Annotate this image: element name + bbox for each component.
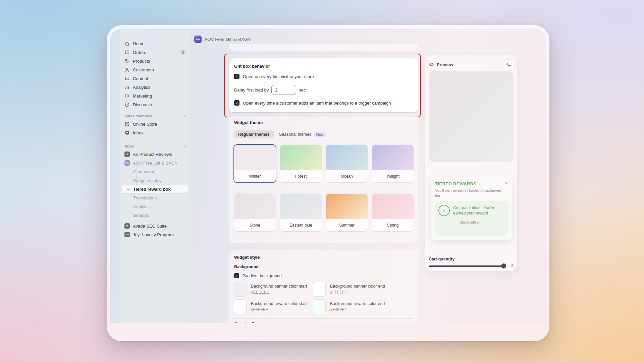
delay-label: Delay first load by	[234, 87, 269, 93]
app-header: AOV AOV Free Gift & BXGY	[194, 36, 251, 43]
trigger-campaign-checkbox[interactable]	[234, 100, 239, 106]
tab-seasonal-themes[interactable]: Seasonal themes New	[279, 132, 326, 137]
widget-theme-card: Widget theme Regular themes Seasonal the…	[229, 117, 418, 243]
desktop-view-button[interactable]	[504, 60, 514, 69]
sidebar-item-online-store[interactable]: Online Store	[120, 120, 190, 128]
sidebar-item-home[interactable]: Home	[120, 39, 190, 48]
reward-earned-box: Congratulations! You've earned your rewa…	[435, 201, 508, 236]
sidebar-item-label: Content	[133, 76, 148, 81]
customers-icon	[124, 67, 130, 72]
cart-quantity-slider[interactable]: 3	[429, 263, 514, 269]
sidebar-item-label: Analytics	[133, 85, 150, 90]
slider-thumb[interactable]	[501, 263, 506, 268]
sidebar-item-joy-loyalty[interactable]: Joy Joy: Loyalty Program	[120, 230, 190, 239]
sidebar-item-app-analytics[interactable]: Analytics	[120, 202, 190, 211]
sidebar-item-aov-free-gift[interactable]: AOV AOV Free Gift & BXGY	[120, 159, 190, 167]
theme-tile-twilight[interactable]: Twilight	[372, 145, 414, 182]
sidebar-section-sales-channels[interactable]: Sales channels	[120, 112, 190, 120]
sidebar-item-label: Translations	[133, 195, 157, 200]
first-visit-row: Open on every first visit to your store	[234, 74, 413, 79]
trigger-campaign-label: Open every time a customer adds an item …	[243, 101, 391, 106]
sidebar-item-avada-seo-suite[interactable]: ➤ Avada SEO Suite	[120, 222, 190, 230]
theme-swatch	[280, 194, 322, 219]
preview-viewport	[429, 71, 514, 162]
theme-tile-stone[interactable]: Stone	[234, 194, 276, 231]
eye-icon	[429, 62, 434, 67]
theme-grid: Winter Forest Ocean Twilight Stone	[234, 145, 413, 231]
chat-bubble-icon	[124, 130, 130, 135]
sidebar-item-content[interactable]: Content	[120, 74, 190, 83]
circular-progress-title: Circular Progress	[234, 321, 413, 323]
theme-swatch	[280, 145, 322, 170]
sidebar-item-orders[interactable]: Orders 3	[120, 48, 190, 57]
app-window: Home Orders 3 Products Customers Content	[107, 25, 549, 341]
sidebar-item-label: Inbox	[133, 130, 144, 135]
previous-card-bottom-edge	[229, 44, 418, 51]
color-swatch[interactable]	[234, 282, 246, 296]
chevron-down-icon	[480, 220, 483, 224]
gradient-background-row: Gradient background	[234, 273, 413, 278]
check-circle-icon	[438, 205, 450, 216]
gradient-background-label: Gradient background	[243, 274, 282, 278]
theme-swatch	[372, 194, 414, 219]
sidebar-item-tiered-reward-box[interactable]: Tiered reward box	[122, 185, 188, 193]
sidebar-item-air-product-reviews[interactable]: ∧ Air Product Reviews	[120, 150, 190, 159]
sidebar-item-label: Analytics	[133, 204, 151, 209]
home-icon	[124, 41, 130, 46]
theme-tile-spring[interactable]: Spring	[372, 194, 414, 231]
sidebar-item-marketing[interactable]: Marketing	[120, 92, 190, 100]
theme-tile-winter[interactable]: Winter	[234, 145, 276, 182]
color-row: Background banner color end #FFFFFF	[313, 282, 413, 296]
sidebar-item-label: Widget display	[133, 178, 162, 183]
sidebar-item-label: Avada SEO Suite	[133, 224, 167, 229]
theme-swatch	[234, 194, 276, 219]
orders-count-badge: 3	[180, 50, 186, 55]
color-swatch[interactable]	[313, 300, 325, 314]
color-row: Background banner color start #EEEEEE	[234, 282, 313, 296]
close-icon[interactable]	[505, 181, 508, 185]
avada-app-icon: ➤	[124, 223, 130, 229]
sidebar-item-label: Joy: Loyalty Program	[133, 232, 174, 237]
color-swatch[interactable]	[313, 282, 325, 296]
theme-tile-forest[interactable]: Forest	[280, 145, 322, 182]
gift-box-behavior-title: Gift box behavior	[234, 64, 413, 69]
color-swatch[interactable]	[234, 300, 246, 314]
sidebar-item-inbox[interactable]: Inbox	[120, 128, 190, 137]
subnav-connector-line	[137, 166, 137, 187]
slider-track[interactable]	[429, 265, 506, 267]
aov-app-logo-icon: AOV	[194, 36, 202, 43]
trigger-campaign-row: Open every time a customer adds an item …	[234, 100, 413, 106]
bar-chart-icon	[124, 84, 130, 90]
widget-style-card: Widget style Background Gradient backgro…	[229, 250, 418, 323]
sidebar-item-label: Customers	[133, 67, 154, 72]
sidebar-item-campaigns[interactable]: Campaigns	[120, 167, 190, 176]
admin-screen: Home Orders 3 Products Customers Content	[110, 28, 546, 323]
sidebar-item-products[interactable]: Products	[120, 57, 190, 65]
sidebar-item-analytics[interactable]: Analytics	[120, 83, 190, 92]
delay-unit-label: sec	[299, 87, 306, 93]
sidebar-item-label: Discounts	[133, 102, 152, 107]
sidebar-item-translations[interactable]: Translations	[120, 193, 190, 202]
gradient-background-checkbox[interactable]	[234, 273, 239, 278]
delay-seconds-input[interactable]	[271, 85, 296, 95]
theme-tile-eastern-blue[interactable]: Eastern blue	[280, 194, 322, 231]
sidebar-item-discounts[interactable]: Discounts	[120, 100, 190, 109]
theme-tile-ocean[interactable]: Ocean	[326, 145, 368, 182]
theme-tabs: Regular themes Seasonal themes New	[234, 130, 413, 138]
sidebar-item-label: Air Product Reviews	[133, 152, 172, 157]
air-reviews-app-icon: ∧	[124, 152, 130, 157]
subpage-arrow-icon	[126, 187, 130, 191]
show-gifts-link[interactable]: Show gift(s)	[438, 220, 504, 224]
first-visit-label: Open on every first visit to your store	[243, 74, 314, 79]
sidebar-item-settings[interactable]: Settings	[120, 211, 190, 220]
sidebar-item-label: Online Store	[133, 122, 157, 127]
preview-title: Preview	[437, 62, 453, 67]
congrats-message: Congratulations! You've earned your rewa…	[453, 205, 504, 216]
joy-app-icon: Joy	[124, 232, 130, 237]
first-visit-checkbox[interactable]	[234, 74, 239, 79]
sidebar-item-widget-display[interactable]: Widget display	[120, 176, 190, 185]
sidebar-item-customers[interactable]: Customers	[120, 65, 190, 74]
sidebar-section-apps[interactable]: Apps	[120, 142, 190, 150]
tab-regular-themes[interactable]: Regular themes	[234, 130, 274, 138]
theme-tile-summer[interactable]: Summer	[326, 194, 368, 231]
